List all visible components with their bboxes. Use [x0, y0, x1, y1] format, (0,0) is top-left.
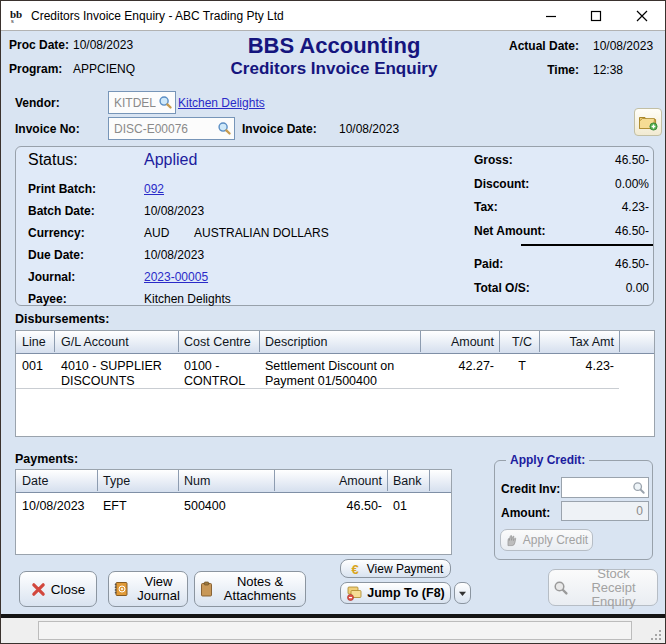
time-label: Time: — [471, 63, 579, 77]
invoice-search-icon[interactable] — [217, 121, 232, 136]
program-value: APPCIENQ — [73, 62, 135, 76]
minimize-button[interactable] — [528, 1, 573, 30]
vendor-search-icon[interactable] — [158, 95, 173, 110]
proc-date-label: Proc Date: — [9, 38, 69, 52]
col-gl-account: G/L Account — [61, 335, 129, 349]
app-window: bb s Creditors Invoice Enquiry - ABC Tra… — [0, 0, 666, 644]
row-separator — [16, 388, 619, 389]
currency-label: Currency: — [28, 226, 85, 240]
apply-credit-button-label: Apply Credit — [523, 533, 588, 547]
credit-inv-search-icon[interactable] — [632, 481, 646, 495]
close-button[interactable]: Close — [19, 571, 97, 607]
apply-amount-input[interactable] — [561, 501, 649, 521]
maximize-button[interactable] — [573, 1, 618, 30]
view-payment-button[interactable]: € View Payment — [340, 559, 451, 578]
proc-date-value: 10/08/2023 — [73, 38, 133, 52]
vendor-code-field[interactable] — [109, 96, 158, 110]
vendor-name-link[interactable]: Kitchen Delights — [178, 96, 265, 110]
stock-receipt-enquiry-button[interactable]: Stock Receipt Enquiry — [548, 569, 658, 606]
pay-date: 10/08/2023 — [22, 499, 85, 514]
status-bar-panel — [38, 621, 632, 640]
folder-add-icon — [638, 113, 658, 131]
totals-divider — [521, 244, 653, 246]
program-label: Program: — [9, 62, 62, 76]
print-batch-link[interactable]: 092 — [144, 182, 164, 196]
stock-receipt-enquiry-label: Stock Receipt Enquiry — [574, 567, 654, 609]
maximize-icon — [590, 10, 602, 22]
disb-gl-account-link[interactable]: 4010 - SUPPLIER DISCOUNTS — [61, 359, 176, 389]
apply-amount-field[interactable] — [562, 504, 648, 518]
col-type: Type — [103, 474, 130, 488]
disb-line: 001 — [22, 359, 43, 374]
invoice-date-value: 10/08/2023 — [339, 122, 399, 136]
pay-amount: 46.50- — [280, 499, 382, 514]
disbursements-table: Line G/L Account Cost Centre Description… — [15, 330, 655, 437]
actual-date-value: 10/08/2023 — [593, 39, 653, 53]
apply-credit-button[interactable]: Apply Credit — [500, 529, 593, 551]
batch-date-value: 10/08/2023 — [144, 204, 204, 218]
notes-attachments-label: Notes & Attachments — [219, 575, 301, 603]
minimize-icon — [545, 10, 557, 22]
chevron-down-icon — [458, 590, 467, 597]
invoice-no-input[interactable] — [108, 117, 235, 140]
col-description: Description — [265, 335, 328, 349]
screen-title: Creditors Invoice Enquiry — [184, 59, 484, 79]
clipboard-icon — [199, 581, 214, 597]
journal-link[interactable]: 2023-00005 — [144, 270, 208, 284]
euro-icon: € — [348, 562, 362, 576]
notes-attachments-button[interactable]: Notes & Attachments — [194, 571, 306, 607]
disbursements-header: Line G/L Account Cost Centre Description… — [16, 331, 654, 354]
pay-num-link[interactable]: 500400 — [184, 499, 226, 514]
apply-amount-label: Amount: — [501, 506, 550, 520]
window-title: Creditors Invoice Enquiry - ABC Trading … — [31, 9, 284, 23]
status-bar — [1, 618, 665, 644]
disb-tc: T — [505, 359, 539, 374]
col-date: Date — [22, 474, 48, 488]
col-bank: Bank — [393, 474, 422, 488]
close-x-icon — [31, 582, 46, 597]
view-journal-button[interactable]: View Journal — [108, 571, 188, 607]
close-window-button[interactable] — [618, 1, 666, 30]
status-value: Applied — [144, 151, 197, 169]
paid-value: 46.50- — [521, 257, 649, 271]
stock-search-icon — [553, 580, 569, 596]
invoice-no-field[interactable] — [109, 122, 217, 136]
paid-label: Paid: — [474, 257, 503, 271]
disbursements-section-label: Disbursements: — [15, 312, 109, 326]
new-document-button[interactable] — [634, 108, 662, 136]
pay-bank: 01 — [393, 499, 407, 514]
apply-credit-legend: Apply Credit: — [506, 453, 589, 467]
net-amount-value: 46.50- — [521, 224, 649, 238]
status-label: Status: — [28, 151, 78, 169]
resize-grip[interactable] — [650, 629, 662, 641]
disb-tax-amt: 4.23- — [546, 359, 614, 374]
due-date-label: Due Date: — [28, 248, 84, 262]
col-pay-amount: Amount — [280, 474, 382, 488]
svg-text:€: € — [351, 562, 358, 576]
credit-inv-label: Credit Inv: — [501, 482, 560, 496]
actual-date-label: Actual Date: — [471, 39, 579, 53]
payments-section-label: Payments: — [15, 452, 78, 466]
payments-table: Date Type Num Amount Bank 10/08/2023 EFT… — [15, 469, 452, 555]
payments-header: Date Type Num Amount Bank — [16, 470, 451, 493]
due-date-value: 10/08/2023 — [144, 248, 204, 262]
batch-date-label: Batch Date: — [28, 204, 95, 218]
credit-inv-field[interactable] — [562, 481, 632, 495]
close-button-label: Close — [51, 582, 86, 597]
app-logo-icon: bb s — [10, 7, 27, 24]
vendor-label: Vendor: — [15, 96, 60, 110]
col-amount: Amount — [356, 335, 494, 349]
close-window-icon — [636, 10, 648, 22]
currency-code: AUD — [144, 226, 169, 240]
title-bar: bb s Creditors Invoice Enquiry - ABC Tra… — [1, 1, 665, 31]
jump-to-dropdown-button[interactable] — [454, 582, 471, 604]
print-batch-label: Print Batch: — [28, 182, 96, 196]
credit-inv-input[interactable] — [561, 477, 649, 498]
col-num: Num — [184, 474, 210, 488]
col-cost-centre: Cost Centre — [184, 335, 251, 349]
tax-value: 4.23- — [521, 200, 649, 214]
pay-type: EFT — [103, 499, 127, 514]
vendor-input[interactable] — [108, 91, 176, 114]
jump-to-button[interactable]: Jump To (F8) — [340, 582, 451, 604]
app-title: BBS Accounting — [184, 33, 484, 59]
